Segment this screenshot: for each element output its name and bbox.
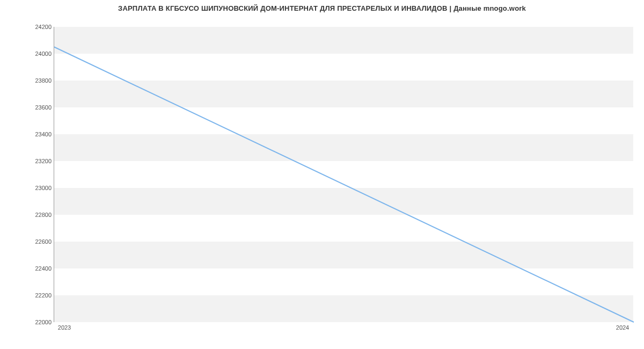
y-axis-tick: 23000: [19, 185, 52, 191]
y-axis-tick: 22200: [19, 292, 52, 299]
y-axis-tick: 22600: [19, 238, 52, 245]
y-axis-tick: 23600: [19, 104, 52, 111]
y-axis-tick: 22800: [19, 212, 52, 218]
y-axis-tick: 24000: [19, 50, 52, 57]
y-axis-tick: 23800: [19, 77, 52, 84]
y-axis-tick: 22000: [19, 319, 52, 325]
line-layer: [54, 27, 634, 322]
y-axis-tick: 22400: [19, 265, 52, 272]
plot-area: [54, 27, 633, 322]
x-axis-tick: 2024: [616, 324, 629, 331]
series-line: [54, 47, 634, 323]
chart-title: ЗАРПЛАТА В КГБСУСО ШИПУНОВСКИЙ ДОМ-ИНТЕР…: [0, 4, 644, 12]
y-axis-tick: 23200: [19, 158, 52, 164]
salary-line-chart: ЗАРПЛАТА В КГБСУСО ШИПУНОВСКИЙ ДОМ-ИНТЕР…: [0, 0, 644, 349]
y-axis-tick: 23400: [19, 131, 52, 137]
x-axis-tick: 2023: [58, 324, 71, 331]
y-axis-tick: 24200: [19, 24, 52, 30]
